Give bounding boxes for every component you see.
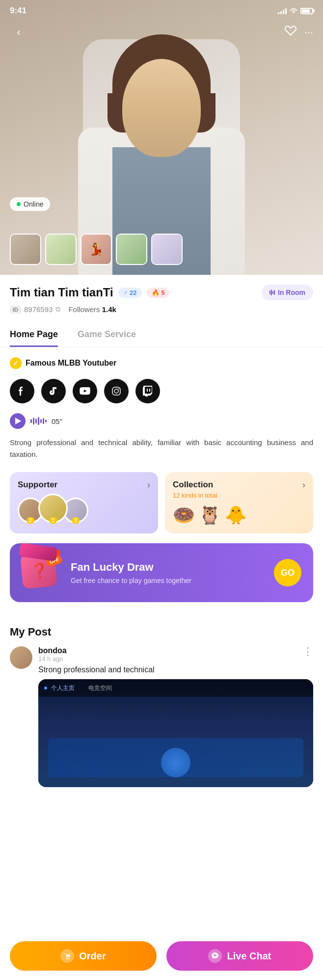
supporter-avatar-1: 1 bbox=[38, 494, 68, 523]
collection-title: Collection bbox=[173, 480, 305, 490]
supporter-title: Supporter bbox=[18, 480, 150, 490]
collection-emojis: 🍩 🦉 🐥 bbox=[173, 505, 305, 526]
social-icons bbox=[10, 379, 313, 403]
lucky-draw-banner[interactable]: ❓ FREE OFF Fan Lucky Draw Get free chanc… bbox=[10, 543, 313, 602]
status-icons bbox=[278, 7, 313, 15]
avatar-1-rank: 1 bbox=[49, 517, 57, 524]
svg-point-4 bbox=[68, 958, 70, 959]
svg-text:hi: hi bbox=[214, 954, 216, 957]
supporter-arrow-icon: › bbox=[147, 480, 150, 490]
my-post-title: My Post bbox=[10, 626, 313, 638]
play-button[interactable] bbox=[10, 413, 26, 429]
avatar-3-rank: 3 bbox=[72, 517, 80, 524]
bottom-nav: Order hi Live Chat bbox=[0, 936, 323, 980]
profile-section: Tim tian Tim tianTi ♂ 22 🔥 5 In Room ID … bbox=[0, 275, 323, 321]
waveform bbox=[30, 416, 47, 426]
emoji-1: 🍩 bbox=[173, 505, 195, 526]
thumb-5[interactable] bbox=[151, 234, 183, 265]
verified-row: ✓ Famous MLBB Youtuber bbox=[10, 357, 313, 369]
profile-header: Tim tian Tim tianTi ♂ 22 🔥 5 In Room bbox=[10, 285, 313, 300]
twitch-icon[interactable] bbox=[135, 379, 160, 403]
post-image: 个人主页 电竞空间 bbox=[38, 679, 313, 787]
tiktok-icon[interactable] bbox=[41, 379, 66, 403]
order-label: Order bbox=[79, 951, 106, 962]
id-label: ID bbox=[10, 306, 21, 314]
post-avatar bbox=[10, 646, 32, 669]
more-options-icon[interactable]: ··· bbox=[304, 26, 313, 39]
post-body: bondoa 14 h ago ⋮ Strong professional an… bbox=[38, 646, 313, 787]
emoji-2: 🦉 bbox=[199, 505, 221, 526]
post-more-icon[interactable]: ⋮ bbox=[302, 646, 313, 657]
audio-player: 05'' bbox=[10, 413, 313, 429]
signal-icon bbox=[278, 7, 287, 14]
lucky-content: Fan Lucky Draw Get free chance to play g… bbox=[71, 561, 264, 584]
chat-label: Live Chat bbox=[227, 951, 271, 962]
copy-icon[interactable]: ⧉ bbox=[55, 305, 60, 314]
followers-count: 1.4k bbox=[102, 305, 116, 314]
thumbnail-strip: 💃 bbox=[10, 234, 183, 265]
svg-point-2 bbox=[118, 389, 119, 390]
lucky-subtitle: Get free chance to play games together bbox=[71, 577, 264, 584]
tab-homepage[interactable]: Home Page bbox=[10, 321, 58, 347]
instagram-icon[interactable] bbox=[104, 379, 129, 403]
order-button[interactable]: Order bbox=[10, 941, 157, 971]
in-room-button[interactable]: In Room bbox=[262, 285, 313, 300]
svg-rect-0 bbox=[112, 387, 120, 395]
online-label: Online bbox=[24, 200, 43, 208]
heart-icon[interactable] bbox=[285, 26, 296, 39]
profile-id: ID 8976593 ⧉ bbox=[10, 305, 60, 314]
profile-meta: ID 8976593 ⧉ Followers 1.4k bbox=[10, 305, 313, 314]
followers: Followers 1.4k bbox=[68, 305, 116, 314]
supporter-card[interactable]: › Supporter 2 1 3 bbox=[10, 472, 158, 533]
hero-image: ‹ ··· Online 💃 bbox=[0, 0, 323, 275]
status-bar: 9:41 bbox=[0, 0, 323, 22]
battery-icon bbox=[300, 8, 313, 14]
main-content: ✓ Famous MLBB Youtuber bbox=[0, 347, 323, 626]
online-dot bbox=[17, 202, 21, 206]
lucky-box: ❓ FREE OFF bbox=[22, 553, 61, 592]
thumb-4[interactable] bbox=[116, 234, 147, 265]
bio-text: Strong professional and technical abilit… bbox=[10, 437, 313, 460]
order-icon bbox=[60, 949, 74, 963]
live-chat-button[interactable]: hi Live Chat bbox=[166, 941, 313, 971]
wave-icon bbox=[269, 290, 275, 295]
verified-label: Famous MLBB Youtuber bbox=[26, 359, 116, 368]
collection-card[interactable]: › Collection 12 kinds in total 🍩 🦉 🐥 bbox=[165, 472, 313, 533]
facebook-icon[interactable] bbox=[10, 379, 34, 403]
status-time: 9:41 bbox=[10, 6, 27, 16]
collection-arrow-icon: › bbox=[302, 480, 305, 490]
thumb-1[interactable] bbox=[10, 234, 41, 265]
back-button[interactable]: ‹ bbox=[10, 24, 27, 41]
post-time: 14 h ago bbox=[38, 655, 67, 662]
profile-name-row: Tim tian Tim tianTi ♂ 22 🔥 5 bbox=[10, 286, 169, 299]
gender-badge: ♂ 22 bbox=[118, 288, 142, 298]
lucky-go-button[interactable]: GO bbox=[274, 559, 301, 586]
lucky-title: Fan Lucky Draw bbox=[71, 561, 264, 574]
audio-duration: 05'' bbox=[52, 417, 62, 425]
collection-subtitle: 12 kinds in total bbox=[173, 492, 305, 499]
chat-icon: hi bbox=[208, 949, 222, 963]
emoji-3: 🐥 bbox=[225, 505, 247, 526]
level-badge: 🔥 5 bbox=[147, 288, 170, 298]
hero-nav: ‹ ··· bbox=[0, 24, 323, 41]
tabs: Home Page Game Service bbox=[0, 321, 323, 347]
supporter-avatars: 2 1 3 bbox=[18, 494, 150, 523]
post-item: bondoa 14 h ago ⋮ Strong professional an… bbox=[10, 646, 313, 787]
tab-game-service[interactable]: Game Service bbox=[78, 321, 136, 347]
thumb-2[interactable] bbox=[45, 234, 77, 265]
post-username: bondoa bbox=[38, 646, 67, 655]
wifi-icon bbox=[290, 7, 297, 15]
svg-point-1 bbox=[114, 389, 118, 393]
online-badge: Online bbox=[10, 197, 50, 211]
my-post-section: My Post bondoa 14 h ago ⋮ Strong profess… bbox=[0, 626, 323, 787]
id-number: 8976593 bbox=[24, 305, 53, 314]
profile-name: Tim tian Tim tianTi bbox=[10, 286, 113, 299]
post-text: Strong professional and technical bbox=[38, 665, 313, 674]
cards-row: › Supporter 2 1 3 › Collection 12 kinds … bbox=[10, 472, 313, 533]
svg-point-3 bbox=[66, 958, 68, 959]
verified-icon: ✓ bbox=[10, 357, 22, 369]
play-triangle-icon bbox=[15, 418, 21, 424]
youtube-icon[interactable] bbox=[73, 379, 97, 403]
avatar-2-rank: 2 bbox=[27, 517, 34, 524]
thumb-3[interactable]: 💃 bbox=[81, 234, 112, 265]
